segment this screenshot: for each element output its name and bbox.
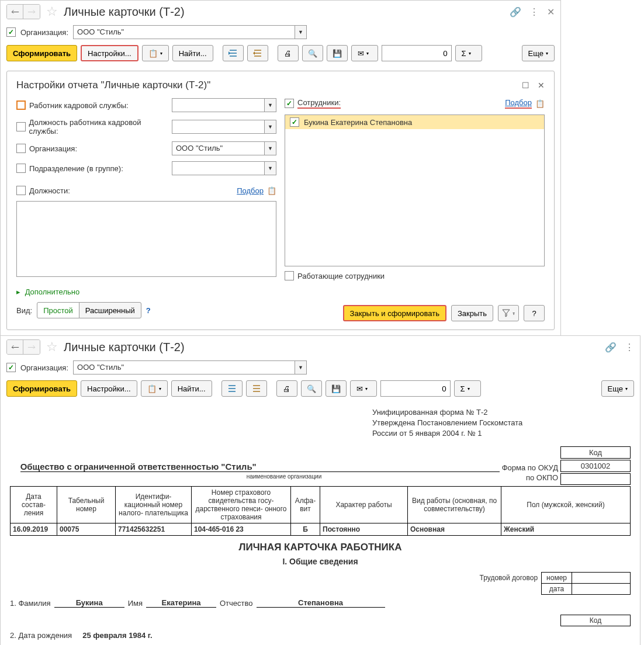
employees-select-link[interactable]: Подбор	[505, 98, 532, 109]
preview-button-2[interactable]: 🔍	[301, 380, 322, 397]
contract-table: Трудовой договорномер дата	[475, 572, 631, 595]
section-title: I. Общие сведения	[10, 557, 631, 566]
settings-button[interactable]: Настройки...	[81, 45, 139, 61]
positions-select-link[interactable]: Подбор	[237, 186, 264, 195]
chevron-right-icon[interactable]: ▸	[16, 287, 20, 296]
dialog-org-input[interactable]: ООО "Стиль"▼	[172, 141, 276, 155]
list-item[interactable]: Букина Екатерина Степановна	[285, 115, 544, 129]
print-button[interactable]: 🖨	[278, 45, 299, 61]
save-button-2[interactable]: 💾	[326, 380, 347, 397]
report-output: Унифицированная форма № Т-2 Утверждена П…	[1, 400, 640, 645]
dialog-title: Настройки отчета "Личные карточки (Т-2)"	[16, 79, 210, 91]
paste-icon-2[interactable]: 📋	[535, 99, 545, 108]
hr-position-check[interactable]	[16, 122, 26, 131]
t2-header-table: Дата состав- ления Табельный номер Идент…	[10, 486, 631, 536]
more-button-2[interactable]: Еще ▾	[601, 380, 634, 397]
hr-officer-input[interactable]: ▼	[172, 98, 276, 112]
forward-button[interactable]: 🡒	[23, 5, 40, 19]
more-button[interactable]: Еще ▾	[522, 45, 555, 61]
expand-rows-button[interactable]	[223, 45, 244, 61]
paste-button[interactable]: 📋▾	[142, 45, 169, 61]
dropdown-icon[interactable]: ▼	[295, 25, 307, 39]
menu-icon[interactable]: ⋮	[529, 6, 539, 18]
positions-list[interactable]	[16, 201, 276, 277]
org-field-2[interactable]: ООО "Стиль" ▼	[73, 360, 307, 374]
card-title: ЛИЧНАЯ КАРТОЧКА РАБОТНИКА	[10, 542, 631, 553]
forward-button-2[interactable]: 🡒	[23, 340, 40, 354]
filter-button[interactable]: т	[498, 305, 519, 321]
view-advanced-button[interactable]: Расширенный	[79, 302, 141, 318]
form-button-2[interactable]: Сформировать	[6, 380, 77, 397]
settings-dialog: Настройки отчета "Личные карточки (Т-2)"…	[6, 71, 555, 330]
dept-input[interactable]: ▼	[172, 161, 276, 175]
view-simple-button[interactable]: Простой	[37, 302, 79, 318]
dialog-close-button[interactable]: Закрыть	[451, 305, 493, 321]
dialog-close-icon[interactable]: ✕	[538, 81, 545, 90]
positions-check[interactable]	[16, 186, 26, 195]
collapse-rows-button[interactable]	[247, 45, 268, 61]
titlebar-2: 🡐 🡒 ☆ Личные карточки (Т-2) 🔗 ⋮	[1, 336, 640, 358]
mail-button-2[interactable]: ✉▾	[350, 380, 377, 397]
hr-position-input[interactable]: ▼	[172, 120, 276, 134]
working-check[interactable]	[285, 271, 294, 280]
settings-button-2[interactable]: Настройки...	[81, 380, 137, 397]
star-icon[interactable]: ☆	[46, 4, 58, 19]
star-icon-2[interactable]: ☆	[46, 339, 58, 355]
link-icon-2[interactable]: 🔗	[605, 342, 617, 353]
close-form-button[interactable]: Закрыть и сформировать	[343, 305, 446, 321]
toolbar: Сформировать Настройки... 📋▾ Найти... 🖨 …	[1, 41, 560, 65]
help-button[interactable]: ?	[524, 305, 545, 321]
employees-label: Сотрудники:	[297, 98, 341, 109]
hr-officer-check[interactable]	[16, 100, 26, 110]
titlebar: 🡐 🡒 ☆ Личные карточки (Т-2) 🔗 ⋮ ✕	[1, 1, 560, 23]
number-input-2[interactable]	[380, 380, 451, 397]
sigma-button-2[interactable]: Σ▾	[454, 380, 481, 397]
more-settings-link[interactable]: Дополнительно	[25, 287, 80, 296]
link-icon[interactable]: 🔗	[510, 6, 521, 18]
back-button-2[interactable]: 🡐	[7, 340, 23, 354]
preview-button[interactable]: 🔍	[302, 45, 323, 61]
menu-icon-2[interactable]: ⋮	[625, 342, 634, 353]
emp-check[interactable]	[290, 117, 299, 127]
org-field[interactable]: ООО "Стиль" ▼	[73, 25, 307, 39]
page-title: Личные карточки (Т-2)	[64, 5, 506, 19]
employees-list[interactable]: Букина Екатерина Степановна	[285, 115, 545, 266]
page-title-2: Личные карточки (Т-2)	[64, 341, 601, 354]
print-button-2[interactable]: 🖨	[276, 380, 297, 397]
dept-check[interactable]	[16, 164, 26, 173]
org-label: Организация:	[20, 28, 68, 37]
help-icon[interactable]: ?	[146, 306, 151, 315]
expand-rows-button-2[interactable]	[221, 380, 243, 397]
table-row: 16.09.2019 00075 771425632251 104-465-01…	[11, 523, 631, 535]
close-icon[interactable]: ✕	[547, 6, 555, 18]
save-button[interactable]: 💾	[327, 45, 348, 61]
org-checkbox[interactable]	[6, 27, 16, 37]
org-checkbox-2[interactable]	[6, 363, 16, 372]
paste-icon[interactable]: 📋	[267, 186, 276, 195]
find-button[interactable]: Найти...	[172, 45, 213, 61]
dialog-org-check[interactable]	[16, 144, 26, 153]
org-full-name: Общество с ограниченной ответственностью…	[20, 462, 500, 472]
find-button-2[interactable]: Найти...	[171, 380, 212, 397]
back-button[interactable]: 🡐	[7, 5, 23, 19]
collapse-rows-button-2[interactable]	[246, 380, 267, 397]
view-label: Вид:	[16, 306, 32, 315]
maximize-icon[interactable]: ☐	[522, 81, 529, 90]
employees-check[interactable]	[285, 99, 294, 108]
nav-arrows: 🡐 🡒	[6, 4, 40, 19]
sigma-button[interactable]: Σ▾	[455, 45, 482, 61]
form-button[interactable]: Сформировать	[6, 45, 77, 61]
paste-button-2[interactable]: 📋▾	[141, 380, 168, 397]
number-input[interactable]	[382, 45, 452, 61]
mail-button[interactable]: ✉▾	[351, 45, 378, 61]
